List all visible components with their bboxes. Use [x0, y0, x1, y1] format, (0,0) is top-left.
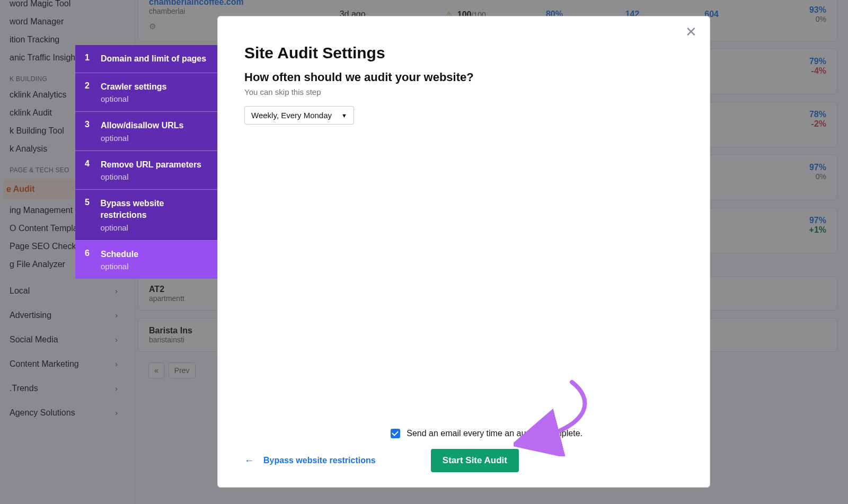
back-link-label: Bypass website restrictions [263, 455, 376, 466]
step-optional: optional [100, 223, 208, 232]
modal-title: Site Audit Settings [244, 44, 678, 62]
site-audit-settings-modal: ✕ Site Audit Settings How often should w… [217, 16, 710, 488]
chevron-down-icon: ▼ [341, 112, 347, 119]
step-number: 3 [85, 120, 92, 143]
modal-footer: Send an email every time an audit is com… [244, 429, 683, 472]
email-on-complete-label: Send an email every time an audit is com… [407, 429, 582, 438]
select-value: Weekly, Every Monday [251, 111, 332, 120]
step-optional: optional [101, 94, 166, 103]
step-optional: optional [101, 172, 201, 181]
step-label: Domain and limit of pages [101, 53, 206, 65]
wizard-step-3[interactable]: 3 Allow/disallow URLs optional [75, 112, 217, 151]
step-label: Crawler settings [101, 81, 166, 93]
step-optional: optional [101, 134, 183, 143]
step-number: 5 [85, 198, 92, 232]
schedule-frequency-select[interactable]: Weekly, Every Monday ▼ [244, 106, 354, 125]
back-to-bypass-restrictions-button[interactable]: ← Bypass website restrictions [244, 455, 376, 466]
step-number: 4 [85, 159, 92, 182]
step-label: Allow/disallow URLs [101, 120, 183, 131]
start-site-audit-button[interactable]: Start Site Audit [431, 449, 519, 472]
step-number: 6 [85, 249, 92, 271]
modal-hint: You can skip this step [244, 87, 678, 96]
step-label: Bypass website restrictions [100, 198, 208, 220]
step-optional: optional [101, 262, 138, 271]
step-label: Remove URL parameters [101, 159, 201, 171]
email-on-complete-checkbox[interactable] [391, 429, 400, 438]
wizard-steps: 1 Domain and limit of pages 2 Crawler se… [75, 45, 217, 279]
wizard-step-1[interactable]: 1 Domain and limit of pages [75, 45, 217, 73]
wizard-step-5[interactable]: 5 Bypass website restrictions optional [75, 190, 217, 240]
wizard-step-6[interactable]: 6 Schedule optional [75, 241, 217, 279]
wizard-step-2[interactable]: 2 Crawler settings optional [75, 73, 217, 112]
step-label: Schedule [101, 249, 138, 260]
step-number: 2 [85, 81, 92, 104]
arrow-left-icon: ← [244, 455, 254, 466]
step-number: 1 [85, 53, 92, 65]
modal-subtitle: How often should we audit your website? [244, 70, 678, 84]
wizard-step-4[interactable]: 4 Remove URL parameters optional [75, 151, 217, 190]
